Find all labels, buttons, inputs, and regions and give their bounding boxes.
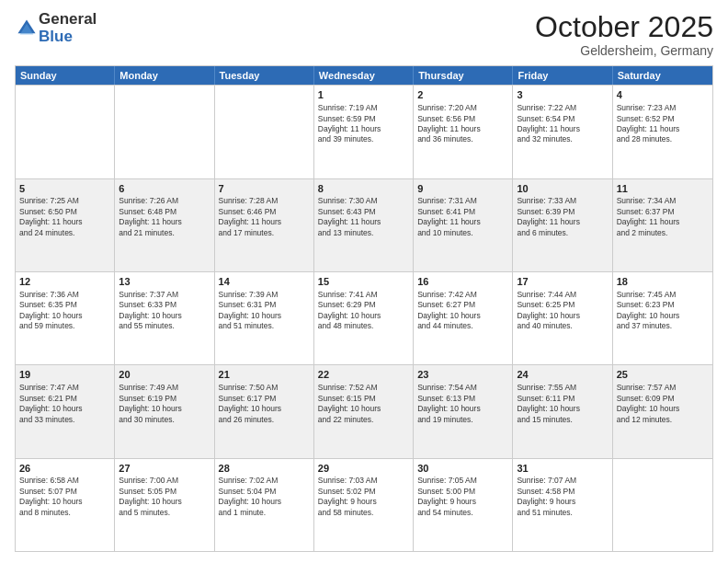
calendar-cell: 20Sunrise: 7:49 AM Sunset: 6:19 PM Dayli… (115, 365, 214, 457)
calendar-row: 1Sunrise: 7:19 AM Sunset: 6:59 PM Daylig… (16, 85, 712, 178)
cell-info: Sunrise: 7:36 AM Sunset: 6:35 PM Dayligh… (19, 290, 110, 332)
day-number: 24 (517, 368, 608, 382)
calendar-cell: 29Sunrise: 7:03 AM Sunset: 5:02 PM Dayli… (314, 459, 414, 551)
calendar-cell: 11Sunrise: 7:34 AM Sunset: 6:37 PM Dayli… (613, 179, 712, 271)
day-number: 4 (617, 88, 709, 102)
logo-general: General (39, 11, 97, 29)
day-number: 27 (119, 462, 210, 476)
cell-info: Sunrise: 7:02 AM Sunset: 5:04 PM Dayligh… (219, 476, 310, 518)
calendar-cell: 16Sunrise: 7:42 AM Sunset: 6:27 PM Dayli… (414, 272, 513, 364)
cell-info: Sunrise: 6:58 AM Sunset: 5:07 PM Dayligh… (19, 476, 110, 518)
day-number: 12 (19, 275, 110, 289)
calendar-cell: 14Sunrise: 7:39 AM Sunset: 6:31 PM Dayli… (215, 272, 314, 364)
calendar-cell: 8Sunrise: 7:30 AM Sunset: 6:43 PM Daylig… (314, 179, 414, 271)
cell-info: Sunrise: 7:57 AM Sunset: 6:09 PM Dayligh… (617, 383, 709, 425)
calendar-body: 1Sunrise: 7:19 AM Sunset: 6:59 PM Daylig… (16, 85, 712, 551)
calendar-cell: 21Sunrise: 7:50 AM Sunset: 6:17 PM Dayli… (215, 365, 314, 457)
weekday-header: Sunday (16, 66, 115, 85)
logo-blue: Blue (39, 29, 97, 46)
calendar-cell: 9Sunrise: 7:31 AM Sunset: 6:41 PM Daylig… (414, 179, 513, 271)
day-number: 20 (119, 368, 210, 382)
weekday-header: Tuesday (215, 66, 314, 85)
calendar-cell (115, 86, 214, 178)
calendar-cell: 28Sunrise: 7:02 AM Sunset: 5:04 PM Dayli… (215, 459, 314, 551)
calendar-cell: 18Sunrise: 7:45 AM Sunset: 6:23 PM Dayli… (613, 272, 712, 364)
calendar-row: 19Sunrise: 7:47 AM Sunset: 6:21 PM Dayli… (16, 364, 712, 457)
cell-info: Sunrise: 7:25 AM Sunset: 6:50 PM Dayligh… (19, 196, 110, 238)
day-number: 26 (19, 462, 110, 476)
calendar-cell: 22Sunrise: 7:52 AM Sunset: 6:15 PM Dayli… (314, 365, 414, 457)
day-number: 21 (219, 368, 310, 382)
cell-info: Sunrise: 7:52 AM Sunset: 6:15 PM Dayligh… (318, 383, 409, 425)
cell-info: Sunrise: 7:44 AM Sunset: 6:25 PM Dayligh… (517, 290, 608, 332)
day-number: 8 (318, 182, 409, 196)
cell-info: Sunrise: 7:22 AM Sunset: 6:54 PM Dayligh… (517, 103, 608, 145)
cell-info: Sunrise: 7:34 AM Sunset: 6:37 PM Dayligh… (617, 196, 709, 238)
cell-info: Sunrise: 7:37 AM Sunset: 6:33 PM Dayligh… (119, 290, 210, 332)
weekday-header: Friday (513, 66, 612, 85)
day-number: 1 (318, 88, 409, 102)
calendar-row: 26Sunrise: 6:58 AM Sunset: 5:07 PM Dayli… (16, 458, 712, 551)
title-block: October 2025 Geldersheim, Germany (535, 11, 713, 58)
weekday-header: Monday (115, 66, 214, 85)
calendar-cell: 23Sunrise: 7:54 AM Sunset: 6:13 PM Dayli… (414, 365, 513, 457)
cell-info: Sunrise: 7:26 AM Sunset: 6:48 PM Dayligh… (119, 196, 210, 238)
calendar-cell: 13Sunrise: 7:37 AM Sunset: 6:33 PM Dayli… (115, 272, 214, 364)
day-number: 17 (517, 275, 608, 289)
cell-info: Sunrise: 7:05 AM Sunset: 5:00 PM Dayligh… (417, 476, 508, 518)
cell-info: Sunrise: 7:03 AM Sunset: 5:02 PM Dayligh… (318, 476, 409, 518)
cell-info: Sunrise: 7:49 AM Sunset: 6:19 PM Dayligh… (119, 383, 210, 425)
calendar-cell: 31Sunrise: 7:07 AM Sunset: 4:58 PM Dayli… (513, 459, 612, 551)
calendar-cell: 19Sunrise: 7:47 AM Sunset: 6:21 PM Dayli… (16, 365, 115, 457)
cell-info: Sunrise: 7:47 AM Sunset: 6:21 PM Dayligh… (19, 383, 110, 425)
day-number: 9 (417, 182, 508, 196)
cell-info: Sunrise: 7:31 AM Sunset: 6:41 PM Dayligh… (417, 196, 508, 238)
calendar-cell: 26Sunrise: 6:58 AM Sunset: 5:07 PM Dayli… (16, 459, 115, 551)
calendar-cell (16, 86, 115, 178)
calendar-cell: 30Sunrise: 7:05 AM Sunset: 5:00 PM Dayli… (414, 459, 513, 551)
day-number: 14 (219, 275, 310, 289)
day-number: 23 (417, 368, 508, 382)
page: General Blue October 2025 Geldersheim, G… (0, 0, 728, 563)
day-number: 16 (417, 275, 508, 289)
day-number: 29 (318, 462, 409, 476)
cell-info: Sunrise: 7:07 AM Sunset: 4:58 PM Dayligh… (517, 476, 608, 518)
weekday-header: Thursday (414, 66, 513, 85)
calendar-cell: 3Sunrise: 7:22 AM Sunset: 6:54 PM Daylig… (513, 86, 612, 178)
cell-info: Sunrise: 7:19 AM Sunset: 6:59 PM Dayligh… (318, 103, 409, 145)
cell-info: Sunrise: 7:20 AM Sunset: 6:56 PM Dayligh… (417, 103, 508, 145)
calendar-cell: 15Sunrise: 7:41 AM Sunset: 6:29 PM Dayli… (314, 272, 414, 364)
day-number: 3 (517, 88, 608, 102)
day-number: 31 (517, 462, 608, 476)
weekday-header: Saturday (613, 66, 712, 85)
day-number: 30 (417, 462, 508, 476)
cell-info: Sunrise: 7:45 AM Sunset: 6:23 PM Dayligh… (617, 290, 709, 332)
day-number: 7 (219, 182, 310, 196)
calendar-cell: 6Sunrise: 7:26 AM Sunset: 6:48 PM Daylig… (115, 179, 214, 271)
cell-info: Sunrise: 7:28 AM Sunset: 6:46 PM Dayligh… (219, 196, 310, 238)
cell-info: Sunrise: 7:23 AM Sunset: 6:52 PM Dayligh… (617, 103, 709, 145)
calendar-cell: 27Sunrise: 7:00 AM Sunset: 5:05 PM Dayli… (115, 459, 214, 551)
day-number: 2 (417, 88, 508, 102)
day-number: 22 (318, 368, 409, 382)
day-number: 19 (19, 368, 110, 382)
cell-info: Sunrise: 7:41 AM Sunset: 6:29 PM Dayligh… (318, 290, 409, 332)
calendar-cell: 5Sunrise: 7:25 AM Sunset: 6:50 PM Daylig… (16, 179, 115, 271)
calendar-cell: 12Sunrise: 7:36 AM Sunset: 6:35 PM Dayli… (16, 272, 115, 364)
day-number: 18 (617, 275, 709, 289)
cell-info: Sunrise: 7:39 AM Sunset: 6:31 PM Dayligh… (219, 290, 310, 332)
calendar-cell: 24Sunrise: 7:55 AM Sunset: 6:11 PM Dayli… (513, 365, 612, 457)
location: Geldersheim, Germany (535, 43, 713, 58)
cell-info: Sunrise: 7:30 AM Sunset: 6:43 PM Dayligh… (318, 196, 409, 238)
day-number: 10 (517, 182, 608, 196)
day-number: 28 (219, 462, 310, 476)
day-number: 15 (318, 275, 409, 289)
calendar-cell (613, 459, 712, 551)
cell-info: Sunrise: 7:33 AM Sunset: 6:39 PM Dayligh… (517, 196, 608, 238)
month-title: October 2025 (535, 11, 713, 43)
calendar-row: 5Sunrise: 7:25 AM Sunset: 6:50 PM Daylig… (16, 178, 712, 271)
weekday-header: Wednesday (314, 66, 414, 85)
calendar-cell: 25Sunrise: 7:57 AM Sunset: 6:09 PM Dayli… (613, 365, 712, 457)
calendar-cell: 4Sunrise: 7:23 AM Sunset: 6:52 PM Daylig… (613, 86, 712, 178)
calendar-cell: 17Sunrise: 7:44 AM Sunset: 6:25 PM Dayli… (513, 272, 612, 364)
